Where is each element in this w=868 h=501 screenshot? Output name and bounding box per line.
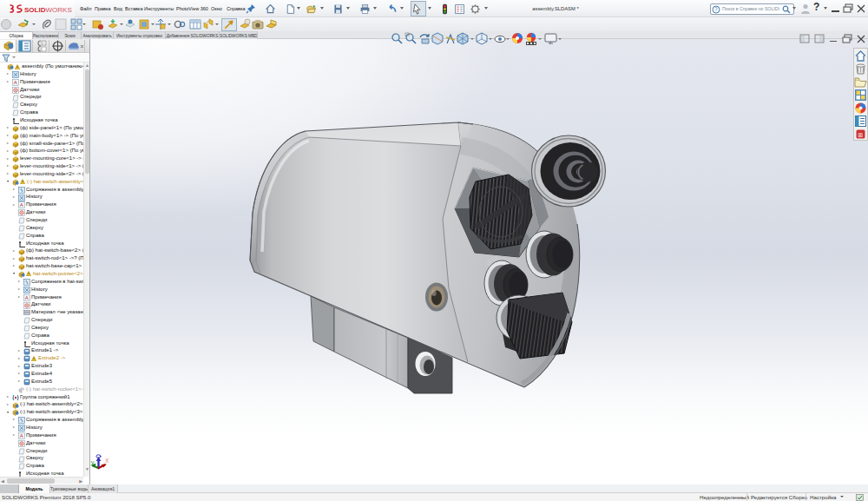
svg-text:Y: Y [91,460,95,466]
svg-text:?: ? [714,6,718,12]
svg-text:WORKS: WORKS [46,6,72,14]
svg-text:A: A [25,295,29,300]
svg-text:A: A [20,433,23,438]
svg-text:X: X [105,458,109,464]
svg-text:A: A [20,203,23,208]
svg-text:A: A [14,80,17,85]
svg-text:⊞: ⊞ [858,132,864,138]
svg-text:SOLID: SOLID [24,6,46,14]
